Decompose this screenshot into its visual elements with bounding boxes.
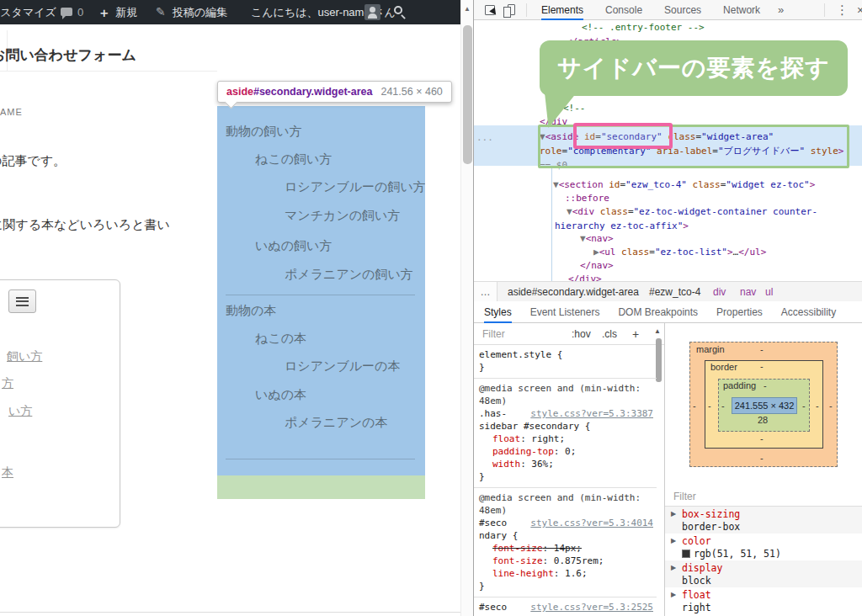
border-left-value: - bbox=[708, 401, 711, 411]
sidebar-toc-item[interactable]: ロシアンブルーの飼い方 bbox=[285, 179, 425, 195]
search-icon[interactable] bbox=[394, 6, 402, 14]
tab-console[interactable]: Console bbox=[605, 0, 642, 20]
tab-properties[interactable]: Properties bbox=[716, 301, 763, 323]
page-bottom-border bbox=[0, 612, 473, 613]
computed-property-row[interactable]: ▶box-sizingborder-box bbox=[665, 507, 862, 534]
style-rule-line[interactable]: style.css?ver=5.3:3387.has- bbox=[479, 407, 653, 420]
adminbar-edit-post[interactable]: 投稿の編集 bbox=[173, 0, 227, 24]
expand-icon[interactable]: ▶ bbox=[671, 510, 676, 518]
tab-sources[interactable]: Sources bbox=[664, 0, 701, 20]
style-rule-line[interactable]: ndary { bbox=[479, 529, 653, 542]
comments-icon[interactable] bbox=[61, 8, 72, 16]
breadcrumb-item[interactable]: ul bbox=[765, 282, 773, 302]
devtools-panel: Elements Console Sources Network » ⋮ × .… bbox=[473, 0, 862, 616]
scroll-up-icon[interactable]: ▲ bbox=[464, 5, 471, 13]
toc-link[interactable]: 方 bbox=[2, 376, 13, 391]
expand-icon[interactable]: ▶ bbox=[671, 591, 676, 598]
plus-icon[interactable]: ＋ bbox=[98, 0, 110, 24]
breadcrumb-item[interactable]: nav bbox=[740, 282, 756, 302]
style-rule-line[interactable]: } bbox=[479, 361, 653, 374]
dom-tree-line[interactable]: <!-- .entry-footer --> bbox=[582, 20, 705, 35]
style-rule-line[interactable]: element.style { bbox=[479, 348, 653, 361]
page-scrollbar[interactable]: ▲ bbox=[460, 0, 473, 616]
breadcrumb-item[interactable]: … bbox=[474, 282, 498, 302]
menu-icon[interactable]: ⋮ bbox=[836, 0, 849, 20]
toc-link[interactable]: 飼い方 bbox=[7, 349, 42, 364]
padding-bottom-value: 28 bbox=[758, 415, 768, 425]
computed-filter-row: Filter Show all bbox=[665, 486, 862, 507]
more-tabs-icon[interactable]: » bbox=[778, 0, 784, 20]
style-rule-line[interactable]: padding-top: 0; bbox=[479, 445, 653, 458]
styles-filter-input[interactable]: Filter bbox=[482, 323, 505, 345]
stylesheet-link[interactable]: style.css?ver=5.3:4014 bbox=[530, 517, 653, 529]
toc-link[interactable]: い方 bbox=[8, 404, 32, 419]
style-rule-line[interactable]: @media screen and (min-width: bbox=[479, 382, 653, 395]
sidebar-toc-item[interactable]: 動物の飼い方 bbox=[226, 124, 302, 140]
styles-scroll-up-icon[interactable]: ▲ bbox=[654, 327, 661, 335]
style-rule-line[interactable]: width: 36%; bbox=[479, 458, 653, 470]
sidebar-toc-item[interactable]: ねこの飼い方 bbox=[255, 151, 332, 167]
adminbar-new[interactable]: 新規 bbox=[115, 0, 137, 24]
computed-property-row[interactable]: ▶floatright bbox=[665, 587, 862, 614]
style-rule-line[interactable]: } bbox=[479, 470, 653, 483]
selected-row-dots[interactable]: ... bbox=[476, 132, 493, 143]
device-toolbar-icon[interactable] bbox=[508, 4, 515, 15]
close-icon[interactable]: × bbox=[857, 0, 862, 20]
dom-tree-line[interactable]: ▼<section id="ezw_tco-4" class="widget e… bbox=[553, 178, 815, 192]
tab-dom-breakpoints[interactable]: DOM Breakpoints bbox=[618, 301, 698, 323]
tab-network[interactable]: Network bbox=[723, 0, 760, 20]
dom-tree-line[interactable]: ::before bbox=[565, 191, 609, 205]
style-rule-line[interactable]: font-size: 14px; bbox=[479, 542, 653, 555]
style-rule-line[interactable]: sidebar #secondary { bbox=[479, 420, 653, 433]
computed-filter-input[interactable]: Filter bbox=[673, 486, 696, 507]
expand-icon[interactable]: ▶ bbox=[671, 537, 676, 544]
boxmodel-content[interactable]: 241.555 × 432 bbox=[732, 397, 797, 414]
sidebar-toc-item[interactable]: いぬの飼い方 bbox=[255, 238, 332, 254]
breadcrumb-item[interactable]: aside#secondary.widget-area bbox=[508, 282, 639, 302]
style-rule-line[interactable]: 48em) bbox=[479, 395, 653, 407]
sidebar-toc-item[interactable]: ロシアンブルーの本 bbox=[285, 358, 400, 374]
style-rule-line[interactable]: 48em) bbox=[479, 504, 653, 517]
sidebar-toc-item[interactable]: 動物の本 bbox=[226, 303, 276, 319]
dom-tree-line[interactable]: ▼<div class="ez-toc-widget-container cou… bbox=[555, 204, 851, 233]
sidebar-toc-item[interactable]: ポメラニアンの本 bbox=[285, 415, 387, 431]
pencil-icon[interactable]: ✎ bbox=[156, 0, 166, 24]
dom-tree-line[interactable]: ▼<nav> bbox=[580, 231, 614, 246]
dom-tree-line[interactable]: </nav> bbox=[580, 258, 614, 273]
computed-property-row[interactable]: ▶colorrgb(51, 51, 51) bbox=[665, 534, 862, 560]
cls-toggle[interactable]: .cls bbox=[602, 323, 617, 345]
tab-styles[interactable]: Styles bbox=[484, 301, 512, 323]
scrollbar-thumb[interactable] bbox=[463, 25, 472, 164]
stylesheet-link[interactable]: style.css?ver=5.3:3387 bbox=[530, 407, 653, 420]
style-rule-line[interactable]: float: right; bbox=[479, 433, 653, 445]
expand-icon[interactable]: ▶ bbox=[671, 564, 676, 571]
indent-guide bbox=[551, 168, 552, 281]
dom-tree-line[interactable]: ▶<ul class="ez-toc-list">…</ul> bbox=[593, 245, 766, 259]
style-rule-line[interactable]: style.css?ver=5.3:2525#seco bbox=[479, 601, 653, 613]
tab-accessibility[interactable]: Accessibility bbox=[781, 301, 836, 323]
hov-toggle[interactable]: :hov bbox=[572, 323, 591, 345]
inspect-element-icon[interactable] bbox=[485, 5, 495, 15]
tab-event-listeners[interactable]: Event Listeners bbox=[530, 301, 600, 323]
sidebar-toc-item[interactable]: ねこの本 bbox=[255, 331, 306, 347]
inspect-highlight-content: 動物の飼い方ねこの飼い方ロシアンブルーの飼い方マンチカンの飼い方いぬの飼い方ポメ… bbox=[217, 106, 425, 475]
computed-property-row[interactable]: ▶displayblock bbox=[665, 560, 862, 587]
toc-link[interactable]: 本 bbox=[2, 465, 13, 481]
style-rule-line[interactable]: @media screen and (min-width: bbox=[479, 491, 653, 504]
new-style-rule-button[interactable]: + bbox=[632, 323, 639, 345]
breadcrumb-item[interactable]: #ezw_tco-4 bbox=[649, 282, 700, 302]
sidebar-toc-item[interactable]: ポメラニアンの飼い方 bbox=[285, 267, 413, 283]
style-rule-line[interactable]: line-height: 1.6; bbox=[479, 567, 653, 580]
stylesheet-link[interactable]: style.css?ver=5.3:2525 bbox=[530, 601, 653, 613]
adminbar-customize[interactable]: カスタマイズ bbox=[0, 0, 56, 24]
style-rule-line[interactable]: } bbox=[479, 580, 653, 592]
user-avatar[interactable] bbox=[364, 4, 380, 20]
style-rule-line[interactable]: font-size: 0.875rem; bbox=[479, 555, 653, 567]
sidebar-toc-item[interactable]: マンチカンの飼い方 bbox=[285, 208, 400, 224]
sidebar-toc-item[interactable]: いぬの本 bbox=[255, 387, 306, 403]
styles-scrollbar-thumb[interactable] bbox=[656, 338, 662, 382]
breadcrumb-item[interactable]: div bbox=[713, 282, 726, 302]
style-rule-line[interactable]: style.css?ver=5.3:4014#seco bbox=[479, 517, 653, 529]
toc-toggle-button[interactable] bbox=[8, 289, 36, 313]
tab-elements[interactable]: Elements bbox=[541, 0, 583, 20]
